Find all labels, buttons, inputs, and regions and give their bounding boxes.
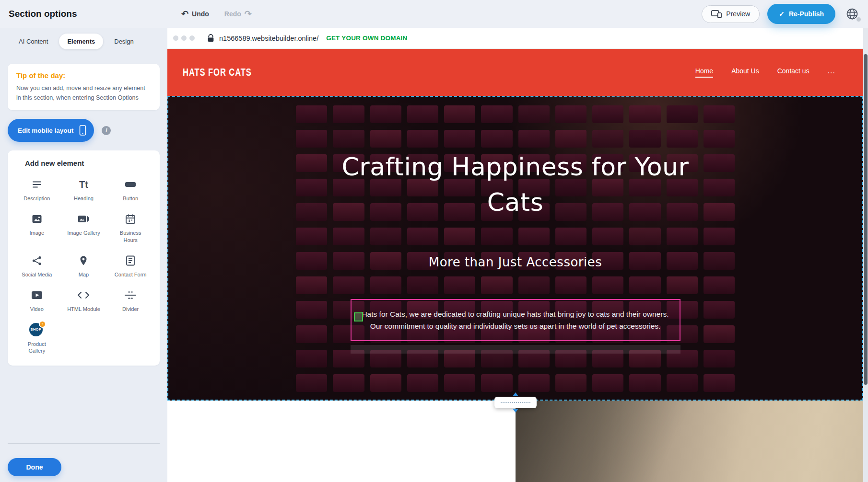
info-icon[interactable]: i bbox=[102, 126, 111, 135]
republish-label: Re-Publish bbox=[789, 10, 824, 18]
window-controls bbox=[173, 35, 195, 41]
redo-button[interactable]: Redo ↷ bbox=[224, 10, 252, 18]
nav-more-button[interactable]: ... bbox=[828, 67, 835, 78]
redo-label: Redo bbox=[224, 10, 241, 18]
republish-button[interactable]: ✓ Re-Publish bbox=[767, 4, 835, 24]
button-icon bbox=[124, 177, 137, 192]
mobile-layout-row: Edit mobile layout i bbox=[8, 119, 160, 142]
element-business-hours[interactable]: Business Hours bbox=[107, 211, 154, 243]
site-preview: n1566589.websitebuilder.online/ GET YOUR… bbox=[167, 28, 863, 482]
social-media-icon bbox=[31, 253, 43, 268]
add-element-card: Add new element Description Tt Heading B… bbox=[8, 150, 160, 366]
contact-form-icon bbox=[125, 253, 136, 268]
history-controls: ↶ Undo Redo ↷ bbox=[181, 0, 252, 28]
undo-icon: ↶ bbox=[181, 10, 188, 18]
divider-icon bbox=[124, 287, 137, 303]
tab-elements[interactable]: Elements bbox=[59, 34, 103, 49]
tab-ai-content[interactable]: AI Content bbox=[11, 34, 56, 49]
element-placeholder-bar bbox=[351, 345, 680, 354]
redo-icon: ↷ bbox=[245, 10, 252, 18]
topbar-actions: Preview ✓ Re-Publish bbox=[702, 4, 861, 24]
resize-dotted-line bbox=[501, 402, 530, 403]
edit-mobile-layout-button[interactable]: Edit mobile layout bbox=[8, 119, 94, 142]
check-icon: ✓ bbox=[779, 10, 785, 18]
site-nav: Home About Us Contact us ... bbox=[695, 67, 835, 78]
element-button[interactable]: Button bbox=[107, 177, 154, 202]
section-resize-handle[interactable] bbox=[494, 397, 537, 408]
page-title: Section options bbox=[9, 9, 77, 19]
hero-section[interactable]: Crafting Happiness for Your Cats More th… bbox=[167, 96, 863, 401]
site-url: n1566589.websitebuilder.online/ bbox=[219, 34, 318, 42]
language-globe-button[interactable] bbox=[843, 5, 861, 23]
phone-icon bbox=[79, 125, 86, 136]
site-header: HATS FOR CATS Home About Us Contact us .… bbox=[167, 49, 863, 96]
undo-label: Undo bbox=[192, 10, 209, 18]
preview-button[interactable]: Preview bbox=[702, 5, 760, 23]
hero-subheading[interactable]: More than Just Accessories bbox=[167, 255, 863, 269]
page-scrollbar[interactable] bbox=[863, 28, 868, 482]
element-image-gallery[interactable]: Image Gallery bbox=[60, 211, 107, 243]
sidebar: AI Content Elements Design Tip of the da… bbox=[0, 28, 167, 482]
element-product-gallery[interactable]: SHOP ↑ Product Gallery bbox=[13, 322, 60, 355]
nav-home[interactable]: Home bbox=[695, 67, 713, 78]
upgrade-badge-icon: ↑ bbox=[39, 321, 46, 328]
shop-badge-label: SHOP bbox=[31, 327, 41, 332]
add-element-title: Add new element bbox=[25, 159, 154, 167]
resize-corner-handle[interactable] bbox=[354, 312, 363, 321]
scrollbar-thumb[interactable] bbox=[864, 54, 868, 385]
resize-arrow-up-icon bbox=[513, 392, 518, 396]
image-gallery-icon bbox=[77, 211, 90, 227]
undo-button[interactable]: ↶ Undo bbox=[181, 10, 209, 18]
business-hours-icon bbox=[125, 211, 136, 227]
heading-icon: Tt bbox=[79, 177, 88, 192]
site-logo[interactable]: HATS FOR CATS bbox=[183, 66, 252, 79]
element-contact-form[interactable]: Contact Form bbox=[107, 253, 154, 278]
element-divider[interactable]: Divider bbox=[107, 287, 154, 312]
tip-body: Now you can add, move and resize any ele… bbox=[16, 84, 151, 103]
element-description[interactable]: Description bbox=[13, 177, 60, 202]
product-gallery-icon: SHOP ↑ bbox=[29, 323, 45, 337]
edit-mobile-label: Edit mobile layout bbox=[18, 127, 73, 134]
pavement-photo bbox=[516, 401, 864, 482]
tab-design[interactable]: Design bbox=[106, 34, 141, 49]
get-domain-link[interactable]: GET YOUR OWN DOMAIN bbox=[326, 34, 407, 42]
notification-dot bbox=[856, 17, 861, 22]
element-heading[interactable]: Tt Heading bbox=[60, 177, 107, 202]
sidebar-divider bbox=[8, 443, 160, 444]
element-video[interactable]: Video bbox=[13, 287, 60, 312]
element-grid: Description Tt Heading Button Image bbox=[13, 177, 154, 354]
selected-paragraph-box[interactable]: Hats for Cats, we are dedicated to craft… bbox=[351, 299, 680, 341]
done-button[interactable]: Done bbox=[8, 458, 61, 476]
map-pin-icon bbox=[78, 253, 89, 268]
element-image[interactable]: Image bbox=[13, 211, 60, 243]
element-map[interactable]: Map bbox=[60, 253, 107, 278]
sidebar-tabs: AI Content Elements Design bbox=[11, 34, 161, 49]
lock-icon bbox=[207, 34, 214, 42]
preview-label: Preview bbox=[726, 10, 750, 18]
html-module-icon bbox=[77, 287, 90, 303]
description-icon bbox=[31, 177, 43, 192]
browser-chrome: n1566589.websitebuilder.online/ GET YOUR… bbox=[167, 28, 863, 49]
next-section bbox=[167, 401, 863, 482]
tip-title: Tip of the day: bbox=[16, 71, 151, 80]
image-icon bbox=[31, 211, 43, 227]
element-html-module[interactable]: HTML Module bbox=[60, 287, 107, 312]
video-icon bbox=[31, 287, 43, 303]
element-social-media[interactable]: Social Media bbox=[13, 253, 60, 278]
hero-paragraph[interactable]: Hats for Cats, we are dedicated to craft… bbox=[361, 308, 670, 332]
resize-arrow-down-icon bbox=[513, 409, 518, 413]
nav-about-us[interactable]: About Us bbox=[731, 67, 759, 78]
tip-of-the-day-card: Tip of the day: Now you can add, move an… bbox=[8, 64, 160, 110]
hero-heading[interactable]: Crafting Happiness for Your Cats bbox=[167, 149, 863, 220]
nav-contact-us[interactable]: Contact us bbox=[777, 67, 809, 78]
topbar: Section options ↶ Undo Redo ↷ Preview ✓ … bbox=[0, 0, 868, 28]
devices-icon bbox=[711, 10, 722, 18]
